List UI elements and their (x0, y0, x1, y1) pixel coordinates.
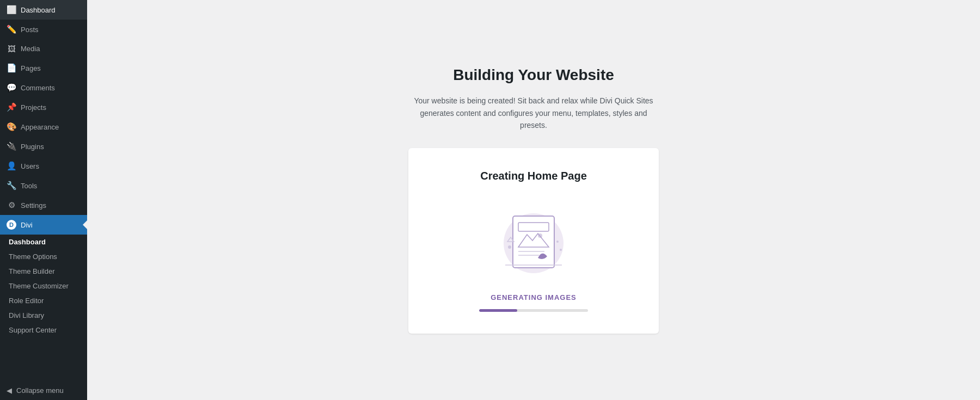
svg-point-4 (538, 233, 542, 238)
content-wrapper: Building Your Website Your website is be… (343, 66, 724, 333)
pages-icon: 📄 (7, 63, 16, 73)
svg-point-8 (556, 241, 559, 243)
svg-rect-2 (518, 223, 549, 231)
sidebar-item-label: Settings (21, 201, 46, 210)
divi-submenu: Dashboard Theme Options Theme Builder Th… (0, 235, 87, 337)
sidebar-item-label: Dashboard (21, 6, 56, 14)
sidebar-item-media[interactable]: 🖼 Media (0, 39, 87, 58)
appearance-icon: 🎨 (7, 122, 16, 132)
divi-arrow-icon (83, 220, 87, 229)
tools-icon: 🔧 (7, 181, 16, 190)
sidebar-item-users[interactable]: 👤 Users (0, 156, 87, 176)
sidebar-item-settings[interactable]: ⚙ Settings (0, 195, 87, 215)
users-icon: 👤 (7, 161, 16, 171)
submenu-item-dashboard[interactable]: Dashboard (0, 235, 87, 249)
divi-label: Divi (21, 221, 33, 229)
plugins-icon: 🔌 (7, 141, 16, 151)
sidebar: ⬜ Dashboard ✏️ Posts 🖼 Media 📄 Pages 💬 C… (0, 0, 87, 400)
sidebar-item-label: Posts (21, 26, 39, 34)
progress-bar-fill (479, 309, 517, 312)
submenu-item-role-editor[interactable]: Role Editor (0, 293, 87, 308)
dashboard-icon: ⬜ (7, 5, 16, 15)
collapse-icon: ◀ (7, 386, 12, 395)
settings-icon: ⚙ (7, 200, 16, 210)
collapse-label: Collapse menu (16, 386, 64, 395)
sidebar-item-appearance[interactable]: 🎨 Appearance (0, 117, 87, 137)
sidebar-item-projects[interactable]: 📌 Projects (0, 97, 87, 117)
submenu-item-support-center[interactable]: Support Center (0, 323, 87, 337)
sidebar-item-label: Media (21, 45, 40, 53)
svg-point-7 (508, 245, 511, 249)
sidebar-item-plugins[interactable]: 🔌 Plugins (0, 137, 87, 156)
collapse-menu-button[interactable]: ◀ Collapse menu (0, 381, 87, 400)
page-title: Building Your Website (453, 66, 614, 84)
submenu-item-theme-builder[interactable]: Theme Builder (0, 264, 87, 279)
sidebar-item-posts[interactable]: ✏️ Posts (0, 20, 87, 39)
submenu-item-theme-options[interactable]: Theme Options (0, 249, 87, 264)
sidebar-item-label: Users (21, 162, 39, 170)
projects-icon: 📌 (7, 102, 16, 112)
sidebar-item-tools[interactable]: 🔧 Tools (0, 176, 87, 195)
sidebar-item-label: Comments (21, 84, 55, 92)
media-icon: 🖼 (7, 44, 16, 53)
main-content: Building Your Website Your website is be… (87, 0, 980, 400)
divi-icon: D (7, 220, 16, 230)
sidebar-item-label: Appearance (21, 123, 59, 131)
sidebar-item-label: Projects (21, 103, 46, 112)
sidebar-item-comments[interactable]: 💬 Comments (0, 78, 87, 97)
sidebar-item-divi[interactable]: D Divi (0, 215, 87, 235)
sidebar-item-label: Tools (21, 182, 37, 190)
sidebar-item-dashboard[interactable]: ⬜ Dashboard (0, 0, 87, 20)
card-title: Creating Home Page (480, 170, 587, 182)
sidebar-item-pages[interactable]: 📄 Pages (0, 58, 87, 78)
posts-icon: ✏️ (7, 24, 16, 34)
svg-point-9 (560, 249, 562, 251)
building-card: Creating Home Page (408, 148, 659, 334)
submenu-item-theme-customizer[interactable]: Theme Customizer (0, 279, 87, 293)
sidebar-item-label: Plugins (21, 143, 44, 151)
generating-label: GENERATING IMAGES (491, 293, 577, 301)
page-illustration (490, 195, 577, 282)
progress-bar-background (479, 309, 588, 312)
comments-icon: 💬 (7, 83, 16, 93)
page-subtitle: Your website is being created! Sit back … (414, 95, 653, 131)
submenu-item-divi-library[interactable]: Divi Library (0, 308, 87, 323)
sidebar-item-label: Pages (21, 64, 41, 72)
